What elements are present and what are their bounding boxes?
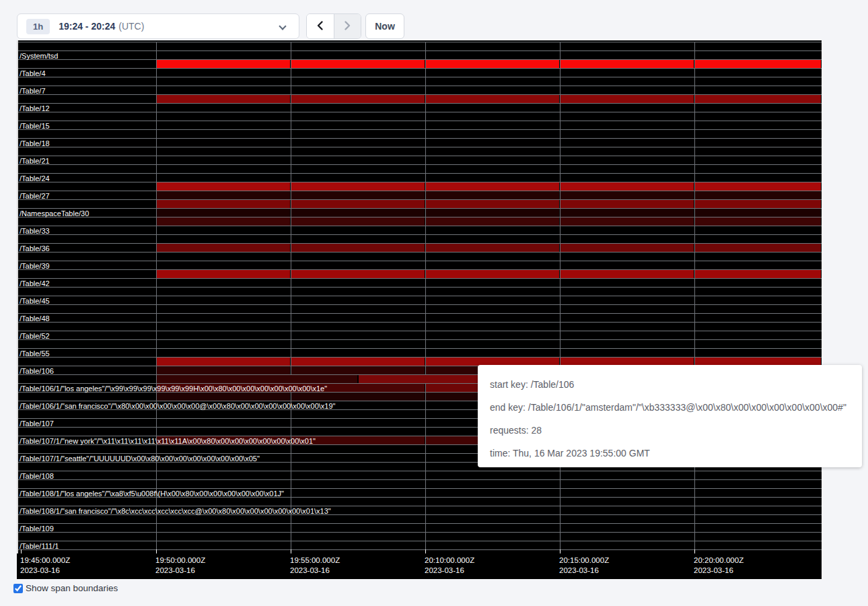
heat-strip (560, 217, 694, 226)
heat-strip (426, 270, 559, 278)
x-axis-date-label: 2023-03-16 (155, 566, 195, 574)
x-axis-time-label: 19:50:00.000Z (155, 556, 205, 564)
row-label: /Table/15 (20, 122, 50, 130)
show-span-boundaries-checkbox[interactable] (13, 584, 23, 593)
x-axis-tick (425, 549, 426, 553)
heat-strip (291, 393, 425, 401)
x-axis-date-label: 2023-03-16 (290, 566, 330, 574)
heat-strip (426, 200, 559, 208)
row-label: /Table/108/1/"los angeles"/"\xa8\xf5\u00… (20, 490, 284, 498)
row-label: /Table/42 (20, 279, 50, 288)
span-boundary-line (17, 86, 822, 86)
toolbar: 1h 19:24 - 20:24 (UTC) Now (0, 0, 868, 40)
heat-strip (157, 393, 290, 401)
previous-time-button[interactable] (307, 14, 334, 38)
heat-strip (157, 244, 290, 252)
time-range-text: 19:24 - 20:24 (59, 21, 115, 32)
span-boundary-line (17, 278, 822, 279)
row-label: /Table/18 (20, 139, 50, 147)
span-boundary-line (17, 103, 822, 104)
tooltip-end-key: end key: /Table/106/1/"amsterdam"/"\xb33… (490, 396, 850, 419)
heat-strip (695, 209, 821, 217)
heat-strip (560, 182, 694, 191)
row-label: /Table/55 (20, 349, 50, 358)
span-boundary-line (17, 506, 822, 506)
span-boundary-line (17, 138, 822, 139)
heat-strip (695, 95, 821, 103)
heat-strip (426, 244, 559, 252)
span-boundary-line (17, 234, 822, 235)
row-label: /Table/52 (20, 332, 50, 340)
row-label: /Table/33 (20, 227, 50, 235)
x-axis-tick (560, 549, 560, 553)
row-label: /Table/109 (20, 525, 54, 533)
span-boundary-line (17, 479, 822, 480)
x-axis-time-label: 20:15:00.000Z (559, 556, 609, 564)
heat-strip (157, 375, 357, 383)
heat-strip (157, 182, 290, 191)
heat-strip (426, 217, 559, 226)
row-label: /Table/21 (20, 157, 50, 165)
span-boundary-line (17, 541, 822, 541)
span-boundary-line (17, 42, 822, 42)
show-span-boundaries-label: Show span boundaries (26, 583, 118, 593)
time-gridline (425, 42, 426, 549)
span-boundary-line (17, 287, 822, 288)
span-boundary-line (17, 77, 822, 77)
span-boundary-line (17, 252, 822, 252)
x-axis-time-label: 20:20:00.000Z (694, 556, 744, 564)
heat-strip (157, 95, 290, 103)
span-boundary-line (17, 164, 822, 165)
heat-strip (291, 270, 425, 278)
span-boundary-line (17, 348, 822, 349)
chevron-right-icon (342, 20, 353, 33)
row-label: /Table/4 (20, 69, 46, 77)
heat-strip (157, 60, 290, 68)
x-axis-time-label: 19:55:00.000Z (290, 556, 340, 564)
heat-strip (157, 209, 290, 217)
time-gridline (291, 42, 291, 549)
span-boundary-line (17, 523, 822, 524)
heat-strip (560, 200, 694, 208)
next-time-button[interactable] (334, 14, 361, 38)
row-label: /Table/45 (20, 297, 50, 305)
heat-strip (157, 366, 290, 374)
key-visualizer-canvas[interactable]: /System/tsd/Table/4/Table/7/Table/12/Tab… (17, 40, 822, 579)
time-range-selector[interactable]: 1h 19:24 - 20:24 (UTC) (17, 13, 299, 39)
heat-strip (560, 60, 694, 68)
heat-strip (695, 270, 821, 278)
heat-strip (291, 182, 425, 191)
span-boundary-line (17, 147, 822, 147)
span-boundary-line (17, 339, 822, 340)
heat-strip (695, 244, 821, 252)
heat-strip (695, 182, 821, 191)
span-boundary-line (17, 296, 822, 296)
span-boundary-line (17, 532, 822, 533)
heat-strip (157, 191, 290, 199)
row-label: /Table/27 (20, 192, 50, 200)
time-nav-group (306, 13, 361, 39)
key-visualizer-page: 1h 19:24 - 20:24 (UTC) Now /System/tsd/T… (0, 0, 868, 606)
heat-strip (426, 191, 559, 199)
x-axis-tick (156, 549, 157, 553)
chevron-down-icon (279, 22, 286, 30)
row-label: /Table/108 (20, 472, 54, 480)
heat-strip (291, 217, 425, 226)
row-label: /Table/106 (20, 367, 54, 375)
x-axis-date-label: 2023-03-16 (425, 566, 464, 574)
span-boundary-line (17, 471, 822, 471)
heat-strip (560, 95, 694, 103)
now-button[interactable]: Now (365, 13, 404, 39)
span-boundary-line (17, 50, 822, 51)
heat-strip (426, 95, 559, 103)
row-label: /Table/12 (20, 104, 50, 112)
row-label: /Table/108/1/"san francisco"/"\x8c\xcc\x… (20, 507, 331, 515)
hover-tooltip: start key: /Table/106 end key: /Table/10… (478, 365, 862, 467)
row-label: /Table/7 (20, 87, 46, 95)
heat-strip (560, 244, 694, 252)
row-label: /Table/24 (20, 174, 50, 182)
x-axis-time-label: 19:45:00.000Z (20, 556, 70, 564)
heat-strip (426, 182, 559, 191)
span-boundary-line (17, 173, 822, 174)
heat-strip (291, 358, 425, 366)
